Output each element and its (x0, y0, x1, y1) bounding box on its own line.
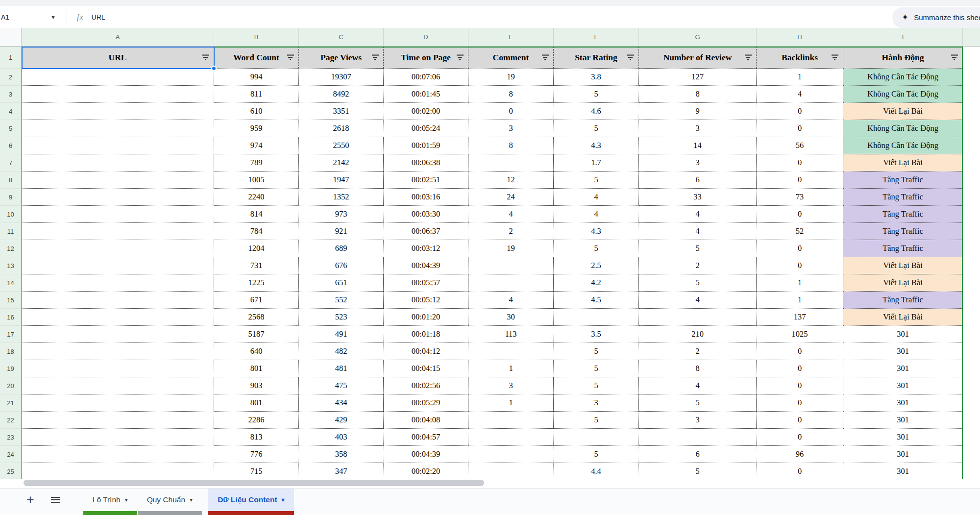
cell[interactable]: 5 (554, 120, 639, 137)
cell[interactable]: 4 (468, 206, 554, 223)
row-header-22[interactable]: 22 (0, 412, 22, 429)
cell-action[interactable]: Tăng Traffic (843, 223, 963, 240)
cell-action[interactable]: Không Cần Tác Động (843, 69, 963, 86)
cell-action[interactable]: 301 (843, 394, 963, 412)
cell[interactable]: 1 (468, 360, 554, 377)
cell[interactable]: 19 (468, 240, 554, 257)
row-header-23[interactable]: 23 (0, 429, 22, 446)
cell[interactable] (22, 120, 214, 137)
sheet-tab-1[interactable]: Lộ Trình▾ (83, 489, 137, 515)
cell[interactable]: 640 (214, 343, 299, 360)
cell[interactable]: 3 (639, 154, 757, 172)
cell[interactable] (22, 463, 214, 479)
column-letter-i[interactable]: I (843, 28, 963, 46)
cell[interactable]: 1 (757, 69, 843, 86)
filter-icon[interactable] (951, 55, 958, 60)
cell[interactable]: 00:04:39 (384, 257, 468, 274)
cell[interactable] (22, 69, 214, 86)
cell[interactable]: 00:06:37 (384, 223, 468, 240)
cell[interactable]: 959 (214, 120, 299, 137)
cell[interactable] (22, 343, 214, 360)
column-header-2[interactable]: Word Count (214, 47, 299, 69)
name-box[interactable]: A1 ▼ (0, 6, 59, 28)
filter-icon[interactable] (371, 55, 379, 60)
cell[interactable]: 1225 (214, 274, 299, 292)
cell[interactable]: 00:03:16 (384, 189, 468, 206)
cell-action[interactable]: Tăng Traffic (843, 189, 963, 206)
cell[interactable] (22, 429, 214, 446)
cell[interactable] (22, 137, 214, 154)
row-header-13[interactable]: 13 (0, 257, 22, 274)
cell[interactable] (468, 257, 554, 274)
cell[interactable]: 475 (299, 377, 384, 394)
cell[interactable]: 5 (554, 86, 639, 103)
filter-icon[interactable] (202, 55, 209, 60)
row-header-9[interactable]: 9 (0, 189, 22, 206)
cell[interactable]: 0 (757, 394, 843, 412)
cell[interactable]: 4 (757, 86, 843, 103)
cell[interactable]: 974 (214, 137, 299, 154)
cell[interactable]: 00:04:15 (384, 360, 468, 377)
row-header-2[interactable]: 2 (0, 69, 22, 86)
cell[interactable] (22, 189, 214, 206)
cell[interactable]: 5 (554, 446, 639, 463)
cell[interactable]: 776 (214, 446, 299, 463)
cell[interactable] (468, 463, 554, 479)
filter-icon[interactable] (744, 55, 752, 60)
cell[interactable]: 4 (554, 189, 639, 206)
row-header-10[interactable]: 10 (0, 206, 22, 223)
cell[interactable]: 127 (639, 69, 757, 86)
cell[interactable] (22, 240, 214, 257)
cell[interactable]: 52 (757, 223, 843, 240)
summarize-button[interactable]: ✦ Summarize this sheet (893, 7, 980, 27)
cell[interactable]: 5 (554, 343, 639, 360)
sheet-tab-2[interactable]: Quy Chuẩn▾ (138, 489, 202, 515)
cell[interactable]: 4 (639, 206, 757, 223)
cell[interactable] (22, 154, 214, 172)
cell[interactable]: 5 (639, 240, 757, 257)
cell[interactable] (468, 412, 554, 429)
column-header-9[interactable]: Hành Động (843, 47, 963, 69)
cell[interactable]: 00:04:57 (384, 429, 468, 446)
cell[interactable]: 210 (639, 326, 757, 343)
cell[interactable]: 2240 (214, 189, 299, 206)
row-header-21[interactable]: 21 (0, 394, 22, 412)
cell[interactable]: 1 (757, 292, 843, 309)
cell[interactable]: 689 (299, 240, 384, 257)
column-letter-h[interactable]: H (757, 28, 843, 46)
cell-action[interactable]: Không Cần Tác Động (843, 120, 963, 137)
column-header-4[interactable]: Time on Page (384, 47, 468, 69)
cell[interactable]: 731 (214, 257, 299, 274)
cell[interactable]: 3 (554, 394, 639, 412)
sheet-tab-main[interactable]: Lộ Trình▾ (83, 489, 137, 511)
cell[interactable]: 784 (214, 223, 299, 240)
column-letter-e[interactable]: E (468, 28, 554, 46)
cell[interactable]: 5187 (214, 326, 299, 343)
cell[interactable]: 14 (639, 137, 757, 154)
cell[interactable]: 347 (299, 463, 384, 479)
cell[interactable]: 4.3 (554, 223, 639, 240)
row-header-11[interactable]: 11 (0, 223, 22, 240)
cell[interactable]: 481 (299, 360, 384, 377)
cell[interactable]: 8492 (299, 86, 384, 103)
row-header-1[interactable]: 1 (0, 47, 22, 69)
cell[interactable]: 3 (639, 120, 757, 137)
cell[interactable]: 3 (468, 120, 554, 137)
cell[interactable]: 811 (214, 86, 299, 103)
cell[interactable]: 2142 (299, 154, 384, 172)
cell[interactable]: 33 (639, 189, 757, 206)
cell[interactable]: 00:01:45 (384, 86, 468, 103)
cell[interactable]: 0 (757, 377, 843, 394)
cell[interactable]: 00:04:12 (384, 343, 468, 360)
cell[interactable]: 3351 (299, 103, 384, 120)
filter-icon[interactable] (456, 55, 464, 60)
cell[interactable] (468, 343, 554, 360)
all-sheets-menu-icon[interactable] (51, 497, 60, 503)
cell[interactable]: 4.5 (554, 292, 639, 309)
cell[interactable] (22, 326, 214, 343)
row-header-19[interactable]: 19 (0, 360, 22, 377)
cell-action[interactable]: Viết Lại Bài (843, 103, 963, 120)
cell[interactable]: 0 (757, 240, 843, 257)
cell[interactable] (639, 429, 757, 446)
cell[interactable] (639, 309, 757, 326)
